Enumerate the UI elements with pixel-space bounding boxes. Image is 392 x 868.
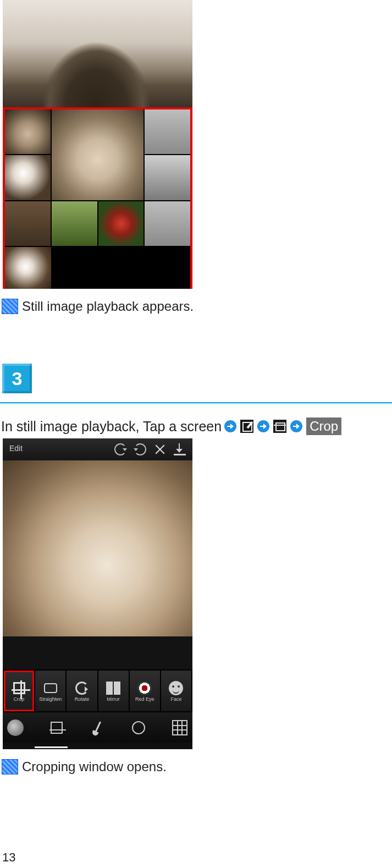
step-instruction: In still image playback, Tap a screen Cr… — [1, 417, 392, 435]
note-icon — [2, 299, 18, 314]
note-text: Still image playback appears. — [22, 299, 194, 314]
album-selection-highlight — [3, 107, 192, 289]
note-text: Cropping window opens. — [22, 759, 167, 774]
grid-icon[interactable] — [173, 721, 186, 734]
album-thumbnail-grid — [5, 109, 190, 247]
brush-icon[interactable] — [94, 721, 101, 734]
thumbnail — [5, 155, 51, 200]
step-divider — [0, 402, 392, 404]
thumbnail — [145, 109, 190, 154]
thumbnail — [98, 201, 144, 246]
tool-label: Crop — [14, 696, 25, 702]
undo-icon[interactable] — [114, 443, 126, 455]
tool-label: Rotate — [75, 696, 90, 702]
album-cover-image — [3, 0, 192, 107]
instruction-text: In still image playback, Tap a screen — [1, 419, 222, 435]
crop-mode-icon[interactable] — [51, 722, 63, 734]
tool-straighten[interactable]: Straighten — [35, 671, 65, 711]
tool-label: Red Eye — [135, 696, 154, 702]
tool-crop[interactable]: Crop — [4, 671, 34, 711]
thumbnail — [5, 247, 51, 289]
thumbnail — [145, 155, 190, 200]
step-number-badge: 3 — [2, 364, 32, 393]
editor-bottom-bar — [3, 712, 192, 743]
note-icon — [2, 760, 18, 774]
tool-redeye[interactable]: Red Eye — [130, 671, 160, 711]
crop-tool-icon — [13, 682, 25, 694]
tool-label: Face — [170, 696, 181, 702]
face-tool-icon — [169, 681, 183, 695]
tool-label: Mirror — [107, 696, 120, 702]
crop-icon — [273, 420, 286, 433]
gallery-screenshot — [3, 0, 192, 289]
straighten-tool-icon — [44, 683, 57, 693]
rotate-tool-icon — [75, 682, 89, 695]
album-bottom-strip — [5, 247, 190, 289]
thumbnail — [52, 201, 97, 246]
thumbnail-large — [52, 109, 144, 200]
close-icon[interactable] — [154, 443, 166, 455]
editor-title: Edit — [9, 444, 23, 453]
arrow-right-icon — [290, 420, 302, 432]
thumbnail — [145, 201, 190, 246]
arrow-right-icon — [257, 420, 269, 432]
active-tab-underline — [35, 746, 68, 748]
tool-face[interactable]: Face — [161, 671, 191, 711]
tool-rotate[interactable]: Rotate — [67, 671, 97, 711]
tool-mirror[interactable]: Mirror — [98, 671, 129, 711]
home-icon[interactable] — [7, 719, 24, 736]
page-number: 13 — [2, 850, 15, 865]
editor-image-canvas[interactable] — [3, 460, 192, 669]
effects-icon[interactable] — [132, 721, 145, 734]
editor-top-bar: Edit — [3, 438, 192, 460]
crop-menu-label: Crop — [306, 417, 341, 435]
tool-label: Straighten — [39, 696, 62, 702]
thumbnail — [5, 201, 51, 246]
redo-icon[interactable] — [134, 443, 146, 455]
arrow-right-icon — [224, 420, 236, 432]
edit-icon — [240, 420, 253, 433]
thumbnail — [5, 109, 51, 154]
editor-tool-row: Crop Straighten Rotate Mirror Red Eye Fa… — [3, 669, 192, 712]
mirror-tool-icon — [106, 682, 120, 695]
save-icon[interactable] — [174, 443, 186, 455]
crop-editor-screenshot: Edit Crop Straighten Rotate Mirror — [3, 438, 192, 749]
redeye-tool-icon — [137, 681, 152, 695]
